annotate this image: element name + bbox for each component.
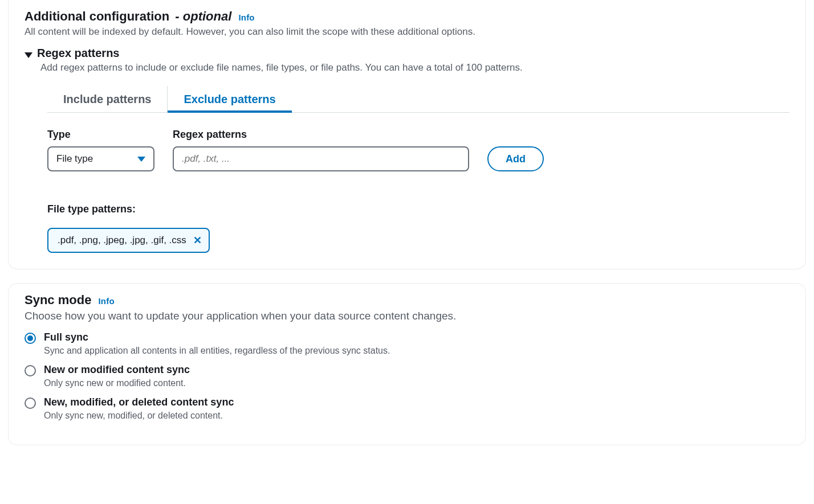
type-select-value: File type <box>56 153 93 165</box>
add-button[interactable]: Add <box>487 146 544 171</box>
additional-config-title: Additional configuration <box>25 9 169 23</box>
info-link[interactable]: Info <box>99 296 115 306</box>
additional-config-description: All content will be indexed by default. … <box>25 26 789 38</box>
radio-label: New, modified, or deleted content sync <box>44 396 234 408</box>
sync-mode-header: Sync mode Info <box>25 293 789 308</box>
tab-exclude-patterns[interactable]: Exclude patterns <box>168 86 291 113</box>
token-text: .pdf, .png, .jpeg, .jpg, .gif, .css <box>58 235 186 246</box>
close-icon[interactable]: ✕ <box>193 235 202 245</box>
file-type-pattern-token: .pdf, .png, .jpeg, .jpg, .gif, .css ✕ <box>47 228 210 253</box>
type-select[interactable]: File type <box>47 146 154 171</box>
regex-patterns-input[interactable] <box>173 146 469 171</box>
pattern-tabs: Include patterns Exclude patterns <box>47 86 789 113</box>
regex-input-label: Regex patterns <box>173 129 469 141</box>
additional-config-header: Additional configuration - optional Info <box>25 9 789 24</box>
radio-option-new-modified[interactable]: New or modified content sync Only sync n… <box>25 364 789 388</box>
info-link[interactable]: Info <box>238 13 254 22</box>
chevron-down-icon <box>137 157 145 162</box>
radio-description: Only sync new, modified, or deleted cont… <box>44 411 234 421</box>
radio-option-new-modified-deleted[interactable]: New, modified, or deleted content sync O… <box>25 396 789 421</box>
radio-label: Full sync <box>44 331 390 343</box>
sync-mode-title: Sync mode <box>25 293 91 307</box>
radio-option-full-sync[interactable]: Full sync Sync and application all conte… <box>25 331 789 356</box>
caret-down-icon <box>25 52 32 58</box>
radio-label: New or modified content sync <box>44 364 190 376</box>
regex-patterns-title: Regex patterns <box>37 47 120 60</box>
radio-description: Sync and application all contents in all… <box>44 346 390 356</box>
regex-form-row: Type File type Regex patterns Add <box>47 129 789 171</box>
regex-patterns-description: Add regex patterns to include or exclude… <box>40 62 789 73</box>
radio-new-modified-deleted[interactable] <box>25 398 36 409</box>
radio-description: Only sync new or modified content. <box>44 378 190 388</box>
sync-mode-description: Choose how you want to update your appli… <box>25 310 789 322</box>
additional-configuration-panel: Additional configuration - optional Info… <box>8 0 806 269</box>
radio-full-sync[interactable] <box>25 333 36 344</box>
sync-mode-panel: Sync mode Info Choose how you want to up… <box>8 283 806 445</box>
file-type-patterns-label: File type patterns: <box>47 203 789 215</box>
optional-suffix: - optional <box>172 9 231 23</box>
type-label: Type <box>47 129 154 141</box>
tab-include-patterns[interactable]: Include patterns <box>47 86 168 113</box>
regex-patterns-expander[interactable]: Regex patterns <box>25 47 789 60</box>
radio-new-modified[interactable] <box>25 365 36 376</box>
